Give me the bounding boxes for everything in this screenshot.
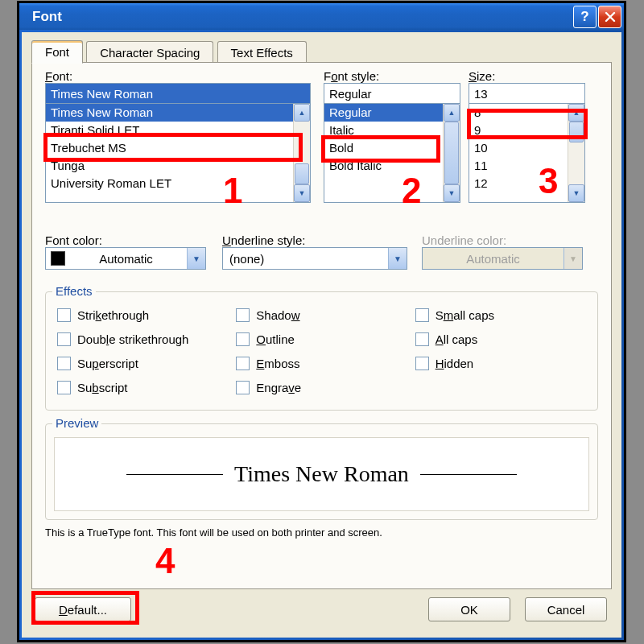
checkbox-strikethrough[interactable]: Strikethrough [57, 308, 228, 322]
checkbox-smallcaps[interactable]: Small caps [415, 308, 586, 322]
preview-groupbox: Preview Times New Roman [45, 423, 598, 520]
scroll-up-icon[interactable]: ▲ [568, 104, 584, 122]
dialog-title: Font [32, 9, 62, 25]
scroll-thumb[interactable] [444, 122, 459, 184]
font-style-input[interactable] [324, 83, 460, 104]
list-item[interactable]: 8 [469, 104, 568, 122]
scroll-thumb[interactable] [295, 163, 309, 184]
font-label: Font: [45, 69, 311, 83]
underline-color-value: Automatic [423, 252, 564, 266]
preview-rule-left [126, 474, 223, 475]
underline-color-dropdown: Automatic ▼ [422, 247, 583, 270]
font-style-listbox[interactable]: Regular Italic Bold Bold Italic ▲ ▼ [324, 103, 460, 203]
checkbox-outline[interactable]: Outline [236, 332, 407, 346]
list-item[interactable]: 11 [469, 157, 568, 175]
list-item[interactable]: 10 [469, 139, 568, 157]
scrollbar[interactable]: ▲ ▼ [443, 104, 460, 202]
scroll-track[interactable] [444, 122, 460, 184]
titlebar: Font ? [19, 3, 624, 30]
list-item[interactable]: Times New Roman [46, 104, 294, 122]
help-button[interactable]: ? [573, 6, 597, 28]
checkbox-hidden[interactable]: Hidden [415, 357, 586, 370]
list-item[interactable]: University Roman LET [46, 175, 294, 192]
list-item[interactable]: Italic [324, 122, 444, 139]
preview-legend: Preview [52, 416, 101, 430]
checkbox-subscript[interactable]: Subscript [57, 381, 228, 394]
list-item[interactable]: Bold [324, 139, 444, 157]
cancel-button[interactable]: Cancel [525, 597, 607, 621]
underline-style-value: (none) [223, 252, 388, 266]
scroll-up-icon[interactable]: ▲ [294, 104, 310, 122]
font-color-label: Font color: [45, 233, 206, 247]
dialog-buttons: Default... OK Cancel [35, 597, 607, 623]
underline-style-dropdown[interactable]: (none) ▼ [222, 247, 407, 270]
underline-style-label: Underline style: [222, 233, 407, 247]
scroll-down-icon[interactable]: ▼ [568, 184, 584, 202]
font-dialog: Font ? Font Character Spacing Text Effec… [17, 1, 626, 642]
list-item[interactable]: Trebuchet MS [46, 139, 294, 157]
tabstrip: Font Character Spacing Text Effects [31, 40, 612, 63]
preview-sample-text: Times New Roman [234, 461, 409, 487]
underline-color-label: Underline color: [422, 233, 583, 247]
font-color-dropdown[interactable]: Automatic ▼ [45, 247, 206, 270]
checkbox-engrave[interactable]: Engrave [236, 381, 407, 394]
scroll-up-icon[interactable]: ▲ [444, 104, 460, 122]
size-listbox[interactable]: 8 9 10 11 12 ▲ ▼ [469, 103, 585, 203]
font-description-text: This is a TrueType font. This font will … [45, 526, 382, 539]
size-label: Size: [469, 69, 585, 83]
font-input[interactable] [45, 83, 311, 104]
effects-groupbox: Effects Strikethrough Shadow Small caps … [45, 291, 598, 411]
checkbox-shadow[interactable]: Shadow [236, 308, 407, 322]
close-button[interactable] [598, 6, 621, 28]
effects-legend: Effects [52, 284, 96, 298]
scrollbar[interactable]: ▲ ▼ [293, 104, 310, 202]
tab-font[interactable]: Font [31, 40, 83, 64]
ok-button[interactable]: OK [428, 597, 510, 621]
font-style-label: Font style: [324, 69, 460, 83]
chevron-down-icon: ▼ [388, 248, 407, 269]
tab-text-effects[interactable]: Text Effects [217, 41, 307, 64]
default-button[interactable]: Default... [35, 597, 131, 621]
scroll-track[interactable] [568, 122, 584, 184]
color-swatch-icon [51, 251, 65, 266]
tab-character-spacing[interactable]: Character Spacing [86, 41, 213, 64]
tabpanel-font: Font: Times New Roman Tiranti Solid LET … [31, 62, 612, 589]
chevron-down-icon: ▼ [187, 248, 205, 269]
list-item[interactable]: Tunga [46, 157, 294, 175]
scrollbar[interactable]: ▲ ▼ [568, 104, 584, 202]
list-item[interactable]: Tiranti Solid LET [46, 122, 294, 139]
client-area: Font Character Spacing Text Effects Font… [22, 32, 621, 638]
font-listbox[interactable]: Times New Roman Tiranti Solid LET Trebuc… [45, 103, 311, 203]
scroll-down-icon[interactable]: ▼ [444, 184, 460, 202]
list-item[interactable]: Regular [324, 104, 444, 122]
scroll-track[interactable] [294, 122, 310, 184]
list-item[interactable]: 12 [469, 175, 568, 192]
checkbox-allcaps[interactable]: All caps [415, 332, 586, 346]
checkbox-double-strikethrough[interactable]: Double strikethrough [57, 332, 228, 346]
font-color-value: Automatic [65, 252, 187, 266]
preview-area: Times New Roman [54, 437, 589, 511]
preview-rule-right [420, 474, 517, 475]
list-item[interactable]: Bold Italic [324, 157, 444, 175]
scroll-thumb[interactable] [569, 122, 584, 142]
size-input[interactable] [469, 83, 585, 104]
scroll-down-icon[interactable]: ▼ [294, 184, 310, 202]
chevron-down-icon: ▼ [564, 248, 582, 269]
checkbox-superscript[interactable]: Superscript [57, 357, 228, 370]
list-item[interactable]: 9 [469, 122, 568, 139]
close-icon [605, 11, 616, 23]
checkbox-emboss[interactable]: Emboss [236, 357, 407, 370]
